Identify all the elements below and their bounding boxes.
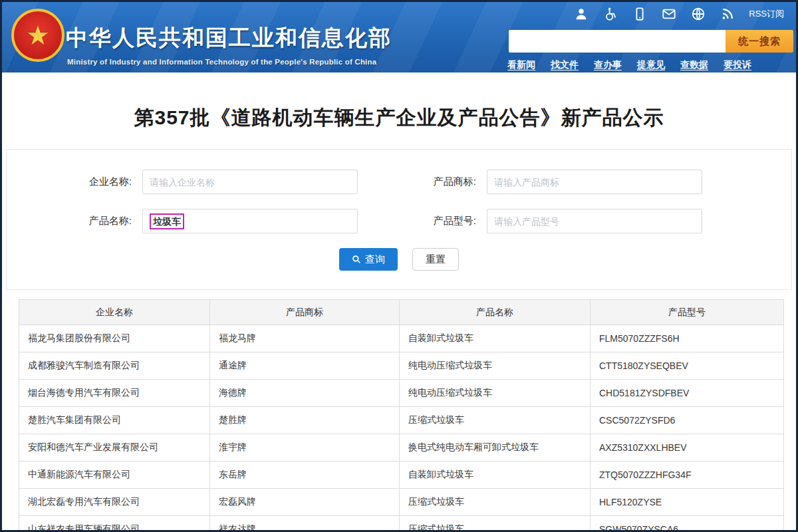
cell-company: 福龙马集团股份有限公司	[19, 325, 210, 352]
header-nav: 看新闻 找文件 查办事 提意见 查数据 要投诉	[507, 59, 751, 71]
cell-company: 山东祥农专用车辆有限公司	[19, 516, 210, 531]
table-row: 山东祥农专用车辆有限公司 祥农达牌 压缩式垃圾车 SGW5070ZYSCA6	[19, 516, 784, 531]
rss-icon[interactable]	[720, 6, 735, 22]
search-icon	[352, 255, 361, 264]
cell-product: 纯电动压缩式垃圾车	[400, 352, 591, 380]
national-emblem-logo: ★	[11, 9, 65, 62]
col-product-brand: 产品商标	[210, 300, 400, 325]
nav-link-news[interactable]: 看新闻	[507, 59, 535, 71]
field-product-model: 产品型号:	[418, 209, 702, 233]
query-button[interactable]: 查询	[339, 248, 398, 271]
cell-brand: 楚胜牌	[210, 407, 400, 434]
reset-button[interactable]: 重置	[412, 248, 459, 271]
table-header-row: 企业名称 产品商标 产品名称 产品型号	[19, 300, 784, 325]
nav-link-data[interactable]: 查数据	[680, 59, 708, 71]
rss-subscribe-link[interactable]: RSS订阅	[749, 8, 784, 20]
table-row: 湖北宏磊专用汽车有限公司 宏磊风牌 压缩式垃圾车 HLF5120ZYSE	[19, 489, 784, 516]
nav-link-complaint[interactable]: 要投诉	[724, 59, 751, 71]
cell-model: AXZ5310ZXXLHBEV	[591, 434, 784, 462]
cell-model: CHD5181ZYSDFBEV	[591, 380, 784, 407]
cell-brand: 祥农达牌	[210, 516, 400, 531]
share-icon[interactable]	[690, 6, 706, 22]
cell-company: 楚胜汽车集团有限公司	[19, 407, 210, 434]
table-row: 烟台海德专用汽车有限公司 海德牌 纯电动压缩式垃圾车 CHD5181ZYSDFB…	[19, 380, 784, 407]
cell-company: 湖北宏磊专用汽车有限公司	[19, 489, 210, 516]
cell-product: 自装卸式垃圾车	[400, 325, 591, 352]
cell-brand: 东岳牌	[210, 462, 400, 489]
cell-company: 烟台海德专用汽车有限公司	[19, 380, 210, 407]
cell-product: 压缩式垃圾车	[400, 489, 591, 516]
col-product-model: 产品型号	[591, 300, 784, 325]
site-header: ★ 中华人民共和国工业和信息化部 Ministry of Industry an…	[2, 2, 796, 72]
field-company-name: 企业名称:	[73, 170, 358, 194]
cell-model: FLM5070ZZZFS6H	[591, 325, 784, 352]
search-form-panel: 企业名称: 产品商标: 产品名称: 垃圾车 产品型号:	[6, 149, 792, 290]
table-row: 福龙马集团股份有限公司 福龙马牌 自装卸式垃圾车 FLM5070ZZZFS6H	[19, 325, 784, 352]
results-table: 企业名称 产品商标 产品名称 产品型号 福龙马集团股份有限公司 福龙马牌 自装卸…	[19, 299, 784, 530]
product-model-input[interactable]	[487, 209, 702, 233]
company-name-label: 企业名称:	[73, 176, 132, 188]
site-subtitle: Ministry of Industry and Information Tec…	[67, 58, 376, 66]
field-product-brand: 产品商标:	[418, 170, 702, 194]
cell-company: 安阳和德汽车产业发展有限公司	[19, 434, 210, 462]
cell-model: CTT5180ZYSEQBEV	[591, 352, 784, 380]
cell-brand: 海德牌	[210, 380, 400, 407]
form-row-2: 产品名称: 垃圾车 产品型号:	[7, 209, 791, 233]
unified-search-bar: 统一搜索	[509, 30, 793, 53]
page-title: 第357批《道路机动车辆生产企业及产品公告》新产品公示	[2, 104, 796, 132]
mail-icon[interactable]	[661, 6, 677, 22]
emblem-star-icon: ★	[26, 22, 50, 49]
col-company-name: 企业名称	[19, 300, 210, 325]
wheelchair-accessibility-icon[interactable]	[602, 6, 618, 22]
cell-product: 换电式纯电动车厢可卸式垃圾车	[400, 434, 591, 462]
table-row: 安阳和德汽车产业发展有限公司 淮宇牌 换电式纯电动车厢可卸式垃圾车 AXZ531…	[19, 434, 784, 462]
table-row: 成都雅骏汽车制造有限公司 通途牌 纯电动压缩式垃圾车 CTT5180ZYSEQB…	[19, 352, 784, 380]
form-buttons: 查询 重置	[7, 248, 791, 271]
cell-model: SGW5070ZYSCA6	[591, 516, 784, 531]
product-brand-input[interactable]	[487, 170, 702, 194]
product-name-value-highlighted: 垃圾车	[150, 213, 184, 229]
cell-model: HLF5120ZYSE	[591, 489, 784, 516]
cell-product: 自装卸式垃圾车	[400, 462, 591, 489]
unified-search-button[interactable]: 统一搜索	[726, 30, 793, 53]
unified-search-input[interactable]	[509, 30, 726, 53]
cell-brand: 福龙马牌	[210, 325, 400, 352]
cell-product: 纯电动压缩式垃圾车	[400, 380, 591, 407]
cell-brand: 淮宇牌	[210, 434, 400, 462]
mobile-icon[interactable]	[632, 6, 648, 22]
product-model-label: 产品型号:	[418, 215, 476, 227]
cell-company: 成都雅骏汽车制造有限公司	[19, 352, 210, 380]
nav-link-services[interactable]: 查办事	[594, 59, 622, 71]
table-row: 中通新能源汽车有限公司 东岳牌 自装卸式垃圾车 ZTQ5070ZZZHFG34F	[19, 462, 784, 489]
cell-model: CSC5072ZYSFD6	[591, 407, 784, 434]
field-product-name: 产品名称: 垃圾车	[73, 209, 358, 233]
cell-product: 压缩式垃圾车	[400, 407, 591, 434]
product-brand-label: 产品商标:	[418, 176, 476, 188]
cell-brand: 宏磊风牌	[210, 489, 400, 516]
cell-product: 压缩式垃圾车	[400, 516, 591, 531]
table-row: 楚胜汽车集团有限公司 楚胜牌 压缩式垃圾车 CSC5072ZYSFD6	[19, 407, 784, 434]
col-product-name: 产品名称	[400, 300, 591, 325]
product-name-label: 产品名称:	[73, 215, 132, 227]
product-name-input[interactable]: 垃圾车	[142, 209, 358, 233]
cell-brand: 通途牌	[210, 352, 400, 380]
company-name-input[interactable]	[142, 170, 358, 194]
cell-company: 中通新能源汽车有限公司	[19, 462, 210, 489]
site-title: 中华人民共和国工业和信息化部	[66, 23, 392, 53]
query-button-label: 查询	[365, 253, 385, 266]
form-row-1: 企业名称: 产品商标:	[7, 170, 791, 194]
cell-model: ZTQ5070ZZZHFG34F	[591, 462, 784, 489]
header-icon-row: RSS订阅	[573, 6, 784, 22]
nav-link-feedback[interactable]: 提意见	[637, 59, 665, 71]
person-icon[interactable]	[573, 6, 589, 22]
nav-link-documents[interactable]: 找文件	[551, 59, 579, 71]
page: ★ 中华人民共和国工业和信息化部 Ministry of Industry an…	[2, 2, 796, 530]
